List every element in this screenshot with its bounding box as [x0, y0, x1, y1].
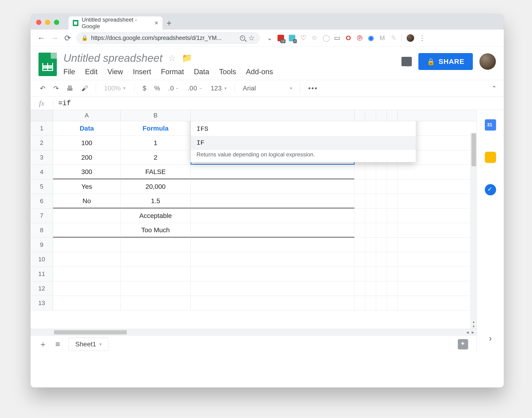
back-button[interactable]: ←	[37, 33, 46, 43]
cell[interactable]: 2	[121, 150, 191, 165]
tasks-addon-icon[interactable]	[485, 184, 496, 195]
increase-decimal-button[interactable]: .00→	[185, 84, 205, 92]
undo-button[interactable]: ↶	[38, 84, 48, 92]
zoom-indicator-icon[interactable]	[240, 35, 245, 41]
side-panel-toggle-icon[interactable]: ›	[489, 334, 492, 343]
cell[interactable]	[53, 296, 121, 310]
cell[interactable]	[53, 209, 121, 223]
row-header[interactable]: 5	[31, 179, 53, 194]
cell[interactable]	[191, 194, 355, 208]
decrease-decimal-button[interactable]: .0←	[166, 84, 182, 92]
menu-view[interactable]: View	[107, 68, 123, 76]
explore-button[interactable]	[458, 339, 468, 349]
row-header[interactable]: 9	[31, 238, 53, 252]
cell[interactable]: Data	[53, 121, 121, 136]
sheet-tab-menu-icon[interactable]: ▾	[100, 342, 102, 347]
col-header-c[interactable]	[191, 110, 355, 121]
cell[interactable]	[53, 252, 121, 267]
cell[interactable]: Formula	[121, 121, 191, 136]
cell[interactable]	[121, 252, 191, 267]
toolbar-overflow-button[interactable]: •••	[306, 84, 320, 92]
cell[interactable]	[191, 252, 355, 267]
pinterest-ext-icon[interactable]: ⓟ	[356, 34, 363, 42]
keep-addon-icon[interactable]	[485, 152, 496, 163]
menu-tools[interactable]: Tools	[219, 68, 236, 76]
select-all-corner[interactable]	[31, 110, 53, 121]
extension-icon[interactable]: ⛭	[311, 34, 318, 42]
sheet-tab[interactable]: Sheet1 ▾	[69, 338, 108, 351]
extension-icon[interactable]: ◯	[323, 34, 329, 42]
bookmark-star-icon[interactable]: ☆	[248, 34, 255, 42]
row-header[interactable]: 3	[31, 150, 53, 165]
print-button[interactable]: 🖶	[64, 84, 76, 92]
menu-addons[interactable]: Add-ons	[246, 68, 273, 76]
cell[interactable]	[53, 281, 121, 296]
cast-icon[interactable]: ▭	[334, 34, 340, 42]
kebab-menu-icon[interactable]: ⋮	[419, 34, 425, 42]
suggestion-item[interactable]: IFS	[191, 122, 416, 136]
row-header[interactable]: 6	[31, 194, 53, 208]
cell[interactable]: Yes	[53, 179, 121, 194]
browser-tab[interactable]: Untitled spreadsheet - Google ×	[69, 16, 162, 30]
forward-button[interactable]: →	[50, 33, 59, 43]
pocket-ext-icon[interactable]: ⌄	[266, 34, 273, 42]
all-sheets-button[interactable]: ≡	[55, 340, 60, 349]
suggestion-item-selected[interactable]: IF	[191, 136, 416, 150]
cell[interactable]: Too Much	[121, 223, 191, 237]
star-doc-icon[interactable]: ☆	[168, 53, 176, 63]
cell[interactable]: 100	[53, 136, 121, 150]
profile-avatar-icon[interactable]	[407, 34, 414, 42]
cell[interactable]	[121, 267, 191, 281]
vertical-scrollbar[interactable]	[471, 132, 477, 319]
cell[interactable]	[191, 296, 355, 310]
vertical-scroll-arrows[interactable]: ▲▼	[471, 319, 477, 329]
share-button[interactable]: 🔒 SHARE	[418, 53, 473, 70]
close-window-icon[interactable]	[36, 20, 41, 25]
cell[interactable]: 20,000	[121, 179, 191, 194]
zoom-select[interactable]: 100% ▼	[102, 84, 129, 92]
cell[interactable]	[53, 267, 121, 281]
spreadsheet-grid[interactable]: A B 1DataFormula21001320024300FALSE5Yes2…	[31, 110, 477, 353]
doc-title[interactable]: Untitled spreadsheet	[63, 52, 162, 64]
tab-close-icon[interactable]: ×	[154, 19, 158, 27]
horizontal-scrollbar[interactable]: ◀▶	[31, 329, 477, 335]
extension-icon[interactable]: ✎	[390, 34, 397, 42]
paint-format-button[interactable]: 🖌	[79, 84, 90, 92]
cell[interactable]: Acceptable	[121, 209, 191, 223]
sheets-logo-icon[interactable]	[38, 53, 57, 76]
extension-icon[interactable]	[289, 35, 295, 41]
extension-icon[interactable]	[278, 35, 284, 41]
cell[interactable]: 1	[121, 136, 191, 150]
cell[interactable]	[191, 165, 355, 179]
cell[interactable]	[191, 267, 355, 281]
extension-icon[interactable]: ♡	[300, 34, 307, 42]
currency-button[interactable]: $	[140, 84, 149, 92]
font-select[interactable]: Arial▾	[240, 84, 294, 92]
cell[interactable]: No	[53, 194, 121, 208]
comments-icon[interactable]	[402, 57, 412, 66]
scrollbar-thumb[interactable]	[471, 133, 476, 166]
collapse-toolbar-button[interactable]: ⌃	[491, 84, 497, 92]
new-tab-button[interactable]: +	[162, 18, 176, 28]
extension-icon[interactable]: M	[379, 34, 385, 42]
scrollbar-thumb[interactable]	[54, 330, 127, 334]
cell[interactable]	[121, 238, 191, 252]
row-header[interactable]: 2	[31, 136, 53, 150]
cell[interactable]	[191, 223, 355, 237]
row-header[interactable]: 7	[31, 209, 53, 223]
redo-button[interactable]: ↷	[51, 84, 61, 92]
cell[interactable]	[191, 209, 355, 223]
reload-button[interactable]: ⟳	[63, 33, 72, 43]
cell[interactable]	[191, 179, 355, 194]
extension-icon[interactable]: ◉	[368, 34, 374, 42]
cell[interactable]	[191, 238, 355, 252]
add-sheet-button[interactable]: ＋	[39, 339, 47, 350]
url-field[interactable]: 🔒 https://docs.google.com/spreadsheets/d…	[77, 32, 260, 44]
row-header[interactable]: 8	[31, 223, 53, 237]
formula-input[interactable]: =if	[53, 99, 504, 107]
cell[interactable]	[121, 296, 191, 310]
row-header[interactable]: 11	[31, 267, 53, 281]
cell[interactable]	[53, 223, 121, 237]
cell[interactable]: 300	[53, 165, 121, 179]
row-header[interactable]: 1	[31, 121, 53, 136]
